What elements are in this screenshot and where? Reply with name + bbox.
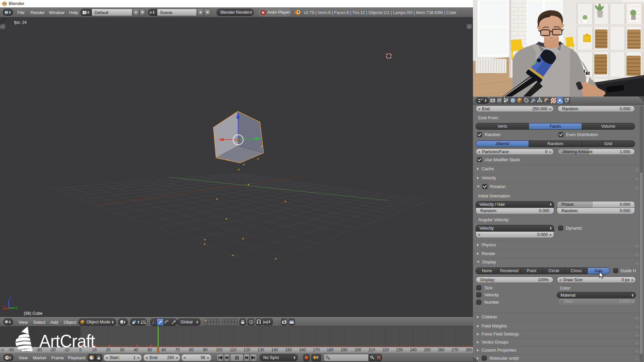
svg-text:y: y (16, 305, 18, 310)
svg-text:z: z (10, 295, 12, 300)
svg-text:x: x (3, 304, 5, 309)
